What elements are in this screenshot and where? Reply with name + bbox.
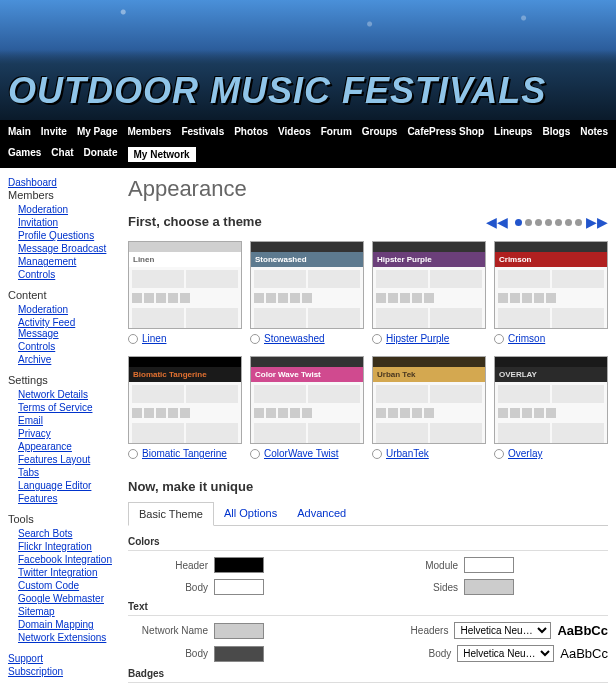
theme-radio[interactable] [372, 334, 382, 344]
sidebar-link-moderation[interactable]: Moderation [8, 203, 118, 216]
nav-invite[interactable]: Invite [41, 126, 67, 137]
sidebar-link-message-broadcast[interactable]: Message Broadcast [8, 242, 118, 255]
sidebar-link-email[interactable]: Email [8, 414, 118, 427]
carousel-dot[interactable] [575, 219, 582, 226]
headers-font-label: Headers [368, 625, 448, 636]
sidebar-link-custom-code[interactable]: Custom Code [8, 579, 118, 592]
nav-lineups[interactable]: Lineups [494, 126, 532, 137]
sidebar-link-sitemap[interactable]: Sitemap [8, 605, 118, 618]
sidebar-link-profile-questions[interactable]: Profile Questions [8, 229, 118, 242]
sidebar-link-flickr-integration[interactable]: Flickr Integration [8, 540, 118, 553]
sidebar-link-invitation[interactable]: Invitation [8, 216, 118, 229]
headers-font-sample: AaBbCc [557, 623, 608, 638]
nav-my-network[interactable]: My Network [128, 147, 196, 162]
nav-cafepress-shop[interactable]: CafePress Shop [407, 126, 484, 137]
sidebar-link-archive[interactable]: Archive [8, 353, 118, 366]
sidebar-head-tools: Tools [8, 513, 118, 525]
theme-radio[interactable] [250, 449, 260, 459]
theme-thumb[interactable]: Stonewashed [250, 241, 364, 329]
tab-advanced[interactable]: Advanced [287, 502, 356, 525]
theme-thumb[interactable]: OVERLAY [494, 356, 608, 444]
sidebar-link-privacy[interactable]: Privacy [8, 427, 118, 440]
theme-link[interactable]: Hipster Purple [386, 333, 449, 344]
sidebar-link-google-webmaster[interactable]: Google Webmaster [8, 592, 118, 605]
sidebar-link-features[interactable]: Features [8, 492, 118, 505]
sidebar-link-domain-mapping[interactable]: Domain Mapping [8, 618, 118, 631]
sidebar-link-features-layout[interactable]: Features Layout [8, 453, 118, 466]
nav-main[interactable]: Main [8, 126, 31, 137]
theme-link[interactable]: Crimson [508, 333, 545, 344]
nav-videos[interactable]: Videos [278, 126, 311, 137]
carousel-dot[interactable] [535, 219, 542, 226]
headers-font-select[interactable]: Helvetica Neu… [454, 622, 551, 639]
body-text-color-swatch[interactable] [214, 646, 264, 662]
sidebar-link-management[interactable]: Management [8, 255, 118, 268]
theme-thumb[interactable]: Biomatic Tangerine [128, 356, 242, 444]
nav-my-page[interactable]: My Page [77, 126, 118, 137]
sidebar-dashboard[interactable]: Dashboard [8, 176, 118, 189]
sides-color-swatch[interactable] [464, 579, 514, 595]
theme-card: Urban TekUrbanTek [372, 356, 486, 463]
body-color-swatch[interactable] [214, 579, 264, 595]
carousel-dot[interactable] [525, 219, 532, 226]
theme-thumb[interactable]: Hipster Purple [372, 241, 486, 329]
theme-thumb[interactable]: Color Wave Twist [250, 356, 364, 444]
sidebar-link-terms-of-service[interactable]: Terms of Service [8, 401, 118, 414]
header-color-swatch[interactable] [214, 557, 264, 573]
nav-photos[interactable]: Photos [234, 126, 268, 137]
carousel-dot[interactable] [565, 219, 572, 226]
sidebar-link-network-extensions[interactable]: Network Extensions [8, 631, 118, 644]
theme-radio[interactable] [372, 449, 382, 459]
network-name-color-swatch[interactable] [214, 623, 264, 639]
theme-link[interactable]: UrbanTek [386, 448, 429, 459]
page-title: Appearance [128, 176, 608, 202]
tab-all-options[interactable]: All Options [214, 502, 287, 525]
carousel-dot[interactable] [545, 219, 552, 226]
theme-link[interactable]: ColorWave Twist [264, 448, 338, 459]
sidebar-link-appearance[interactable]: Appearance [8, 440, 118, 453]
theme-thumb[interactable]: Linen [128, 241, 242, 329]
theme-thumb[interactable]: Urban Tek [372, 356, 486, 444]
sidebar-link-network-details[interactable]: Network Details [8, 388, 118, 401]
theme-radio[interactable] [128, 334, 138, 344]
tab-basic-theme[interactable]: Basic Theme [128, 502, 214, 526]
theme-link[interactable]: Biomatic Tangerine [142, 448, 227, 459]
nav-chat[interactable]: Chat [51, 147, 73, 162]
theme-link[interactable]: Stonewashed [264, 333, 325, 344]
body-font-select[interactable]: Helvetica Neu… [457, 645, 554, 662]
sidebar-link-controls[interactable]: Controls [8, 340, 118, 353]
theme-radio[interactable] [494, 449, 504, 459]
nav-groups[interactable]: Groups [362, 126, 398, 137]
nav-notes[interactable]: Notes [580, 126, 608, 137]
carousel-dot[interactable] [515, 219, 522, 226]
sidebar-link-twitter-integration[interactable]: Twitter Integration [8, 566, 118, 579]
sidebar-link-controls[interactable]: Controls [8, 268, 118, 281]
theme-card: LinenLinen [128, 241, 242, 348]
text-group-label: Text [128, 601, 608, 616]
sidebar-link-search-bots[interactable]: Search Bots [8, 527, 118, 540]
carousel-dot[interactable] [555, 219, 562, 226]
nav-forum[interactable]: Forum [321, 126, 352, 137]
theme-radio[interactable] [250, 334, 260, 344]
nav-games[interactable]: Games [8, 147, 41, 162]
theme-radio[interactable] [494, 334, 504, 344]
sidebar-support[interactable]: Support [8, 652, 118, 665]
theme-card: OVERLAYOverlay [494, 356, 608, 463]
sidebar-subscription[interactable]: Subscription [8, 665, 118, 678]
carousel-next-icon[interactable]: ▶▶ [586, 214, 608, 230]
module-color-swatch[interactable] [464, 557, 514, 573]
sidebar-link-facebook-integration[interactable]: Facebook Integration [8, 553, 118, 566]
sidebar-link-tabs[interactable]: Tabs [8, 466, 118, 479]
sidebar-link-moderation[interactable]: Moderation [8, 303, 118, 316]
sidebar-link-activity-feed-message[interactable]: Activity Feed Message [8, 316, 118, 340]
theme-thumb[interactable]: Crimson [494, 241, 608, 329]
sidebar-link-language-editor[interactable]: Language Editor [8, 479, 118, 492]
carousel-prev-icon[interactable]: ◀◀ [486, 214, 508, 230]
nav-festivals[interactable]: Festivals [181, 126, 224, 137]
theme-radio[interactable] [128, 449, 138, 459]
nav-members[interactable]: Members [127, 126, 171, 137]
theme-link[interactable]: Linen [142, 333, 166, 344]
theme-link[interactable]: Overlay [508, 448, 542, 459]
nav-blogs[interactable]: Blogs [542, 126, 570, 137]
nav-donate[interactable]: Donate [84, 147, 118, 162]
